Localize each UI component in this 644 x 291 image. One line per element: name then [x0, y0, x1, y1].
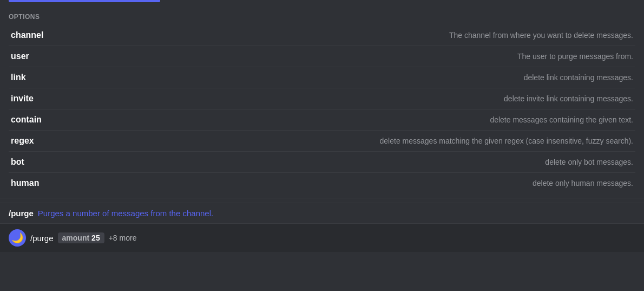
- amount-label: amount: [62, 234, 90, 242]
- option-description: delete invite link containing messages.: [504, 94, 633, 103]
- purge-info-line: /purge Purges a number of messages from …: [9, 209, 635, 218]
- option-row: containdelete messages containing the gi…: [9, 109, 635, 131]
- option-name: contain: [11, 115, 42, 125]
- option-row: linkdelete link containing messages.: [9, 67, 635, 88]
- option-description: The channel from where you want to delet…: [449, 31, 633, 40]
- options-label: OPTIONS: [9, 13, 635, 21]
- option-row: userThe user to purge messages from.: [9, 46, 635, 67]
- options-section: OPTIONS channelThe channel from where yo…: [0, 7, 644, 193]
- options-list: channelThe channel from where you want t…: [9, 25, 635, 193]
- option-description: delete only human messages.: [533, 179, 633, 187]
- option-description: The user to purge messages from.: [517, 52, 633, 61]
- option-description: delete messages matching the given regex…: [380, 137, 633, 145]
- top-bar-indicator: [9, 0, 160, 2]
- discord-icon: 🌙: [11, 232, 23, 244]
- option-description: delete messages containing the given tex…: [490, 115, 633, 124]
- purge-info-section: /purge Purges a number of messages from …: [0, 203, 644, 223]
- option-name: link: [11, 73, 26, 82]
- amount-value: 25: [91, 234, 100, 242]
- option-name: regex: [11, 136, 34, 146]
- option-row: regexdelete messages matching the given …: [9, 131, 635, 152]
- option-name: bot: [11, 157, 24, 167]
- purge-command-label: /purge: [9, 209, 34, 218]
- option-name: human: [11, 178, 39, 188]
- more-text: +8 more: [109, 234, 137, 242]
- discord-logo: 🌙: [9, 229, 26, 247]
- amount-badge: amount 25: [58, 232, 104, 243]
- option-name: invite: [11, 94, 34, 104]
- option-row: humandelete only human messages.: [9, 173, 635, 193]
- option-description: delete only bot messages.: [545, 158, 633, 166]
- option-row: channelThe channel from where you want t…: [9, 25, 635, 46]
- command-text: /purge: [30, 234, 54, 243]
- option-name: channel: [11, 30, 43, 40]
- purge-description: Purges a number of messages from the cha…: [38, 209, 213, 218]
- option-row: invitedelete invite link containing mess…: [9, 88, 635, 109]
- option-row: botdelete only bot messages.: [9, 152, 635, 173]
- section-divider: [0, 198, 644, 198]
- option-name: user: [11, 51, 29, 61]
- command-bar: 🌙 /purge amount 25 +8 more: [0, 223, 644, 252]
- option-description: delete link containing messages.: [524, 73, 633, 82]
